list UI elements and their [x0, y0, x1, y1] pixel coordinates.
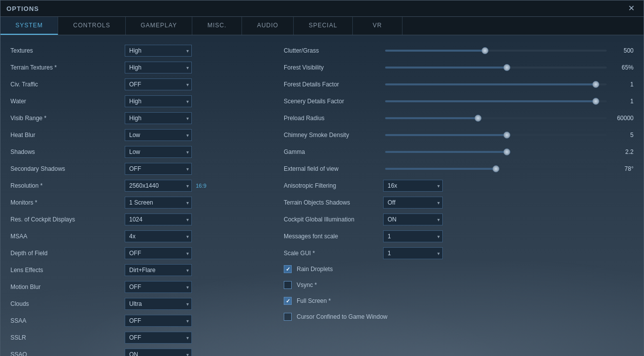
close-button[interactable]: ✕	[625, 3, 638, 13]
dropdown-wrap: 16x	[383, 180, 443, 192]
dropdown-civ--traffic[interactable]: OFF	[125, 78, 192, 90]
slider-fill	[385, 151, 507, 153]
dropdown-textures[interactable]: High	[125, 45, 192, 57]
dropdown-lens-effects[interactable]: Dirt+Flare	[125, 264, 192, 276]
setting-value-wrap: High	[125, 45, 264, 57]
title-bar: OPTIONS ✕	[0, 0, 644, 17]
slider-thumb[interactable]	[475, 115, 482, 122]
slider-track[interactable]	[385, 134, 607, 136]
slider-fill	[385, 134, 507, 136]
setting-value-wrap: OFF	[125, 332, 264, 344]
options-window: OPTIONS ✕ SYSTEM CONTROLS GAMEPLAY MISC.…	[0, 0, 644, 356]
dropdown-terrain-textures--[interactable]: High	[125, 62, 192, 73]
slider-track[interactable]	[385, 100, 607, 102]
dropdown-wrap: 2560x1440	[125, 180, 192, 192]
slider-track[interactable]	[385, 168, 607, 170]
tab-gameplay[interactable]: GAMEPLAY	[126, 17, 192, 35]
dropdown-sslr[interactable]: OFF	[125, 332, 192, 344]
slider-row: External field of view78°	[284, 161, 634, 176]
right-dropdown-messages-font-scale[interactable]: 1	[383, 230, 443, 242]
dropdown-ssao[interactable]: ON	[125, 349, 192, 356]
dropdown-wrap: High	[125, 45, 192, 57]
setting-value-wrap: Ultra	[125, 298, 264, 310]
window-title: OPTIONS	[6, 5, 39, 12]
slider-wrap: 1	[383, 98, 634, 105]
checkbox-box[interactable]	[284, 313, 292, 321]
slider-row: Gamma2.2	[284, 144, 634, 159]
dropdown-resolution--[interactable]: 2560x1440	[125, 180, 192, 192]
checkbox-row[interactable]: Vsync *	[284, 279, 634, 291]
dropdown-wrap: High	[125, 95, 192, 107]
right-dropdown-terrain-objects-shadows[interactable]: Off	[383, 197, 443, 209]
dropdown-water[interactable]: High	[125, 95, 192, 107]
slider-label: External field of view	[284, 165, 383, 172]
slider-label: Chimney Smoke Density	[284, 132, 383, 139]
setting-label: Civ. Traffic	[10, 81, 125, 88]
tab-controls[interactable]: CONTROLS	[58, 17, 126, 35]
dropdown-heat-blur[interactable]: Low	[125, 129, 192, 141]
slider-track[interactable]	[385, 67, 607, 69]
setting-label: Monitors *	[10, 199, 125, 206]
slider-fill	[385, 100, 596, 102]
left-rows-container: TexturesHighTerrain Textures *HighCiv. T…	[10, 43, 264, 356]
tab-audio[interactable]: AUDIO	[242, 17, 294, 35]
dropdown-depth-of-field[interactable]: OFF	[125, 247, 192, 259]
checkbox-box[interactable]	[284, 281, 292, 289]
dropdown-visib-range--[interactable]: High	[125, 112, 192, 124]
dropdown-res--of-cockpit-displays[interactable]: 1024	[125, 214, 192, 225]
tab-special[interactable]: SPECIAL	[294, 17, 353, 35]
dropdown-wrap: OFF	[125, 315, 192, 327]
slider-row: Chimney Smoke Density5	[284, 128, 634, 142]
dropdown-clouds[interactable]: Ultra	[125, 298, 192, 310]
right-dropdown-label: Terrain Objects Shadows	[284, 199, 383, 206]
dropdown-secondary-shadows[interactable]: OFF	[125, 163, 192, 175]
slider-thumb[interactable]	[592, 81, 599, 88]
slider-label: Scenery Details Factor	[284, 98, 383, 105]
setting-row: SSAAOFF	[10, 313, 264, 328]
slider-thumb[interactable]	[592, 98, 599, 105]
slider-thumb[interactable]	[482, 47, 488, 54]
dropdown-msaa[interactable]: 4x	[125, 230, 192, 242]
dropdown-ssaa[interactable]: OFF	[125, 315, 192, 327]
slider-track[interactable]	[385, 151, 607, 153]
setting-row: Secondary ShadowsOFF	[10, 161, 264, 176]
slider-wrap: 2.2	[383, 148, 634, 155]
tab-bar: SYSTEM CONTROLS GAMEPLAY MISC. AUDIO SPE…	[0, 17, 644, 35]
slider-thumb[interactable]	[503, 148, 510, 155]
dropdown-motion-blur[interactable]: OFF	[125, 281, 192, 293]
tab-misc[interactable]: MISC.	[192, 17, 242, 35]
slider-label: Forest Visibility	[284, 64, 383, 71]
dropdown-shadows[interactable]: Low	[125, 146, 192, 158]
slider-wrap: 5	[383, 132, 634, 139]
checkbox-row[interactable]: Full Screen *	[284, 294, 634, 307]
slider-fill	[385, 67, 507, 69]
dropdown-wrap: OFF	[125, 281, 192, 293]
tab-vr[interactable]: VR	[353, 17, 402, 35]
slider-thumb[interactable]	[503, 132, 510, 139]
slider-track[interactable]	[385, 117, 607, 119]
setting-label: Water	[10, 98, 125, 105]
dropdown-monitors--[interactable]: 1 Screen	[125, 197, 192, 209]
checkbox-row[interactable]: Rain Droplets	[284, 263, 634, 276]
setting-row: Terrain Textures *High	[10, 60, 264, 75]
right-dropdown-val: ON	[383, 214, 634, 225]
checkbox-box[interactable]	[284, 265, 292, 273]
slider-track[interactable]	[385, 83, 607, 85]
right-dropdown-cockpit-global-illumination[interactable]: ON	[383, 214, 443, 225]
right-dropdown-label: Anisotropic Filtering	[284, 182, 383, 189]
right-dropdown-row: Messages font scale1	[284, 229, 634, 244]
checkbox-box[interactable]	[284, 297, 292, 305]
dropdown-wrap: Dirt+Flare	[125, 264, 192, 276]
slider-thumb[interactable]	[492, 165, 499, 172]
right-dropdown-anisotropic-filtering[interactable]: 16x	[383, 180, 443, 192]
tab-system[interactable]: SYSTEM	[0, 17, 58, 35]
dropdown-wrap: 4x	[125, 230, 192, 242]
right-dropdown-scale-gui--[interactable]: 1	[383, 247, 443, 259]
setting-row: SSLROFF	[10, 330, 264, 345]
resolution-badge: 16:9	[196, 183, 206, 189]
slider-track[interactable]	[385, 50, 607, 52]
setting-row: ShadowsLow	[10, 144, 264, 159]
slider-thumb[interactable]	[503, 64, 510, 71]
right-dropdown-row: Terrain Objects ShadowsOff	[284, 195, 634, 210]
checkbox-row[interactable]: Cursor Confined to Game Window	[284, 310, 634, 323]
